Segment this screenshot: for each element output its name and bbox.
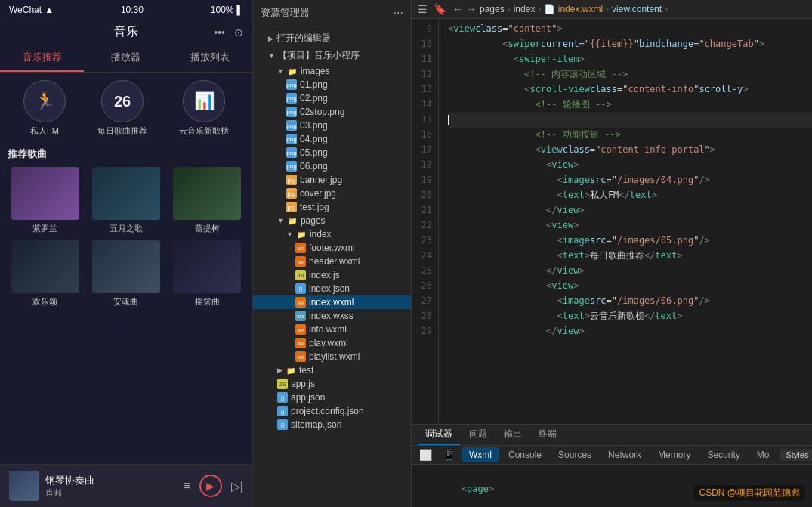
wxml-icon: wx [295, 351, 306, 362]
wxml-icon: wx [295, 297, 306, 308]
fm-label: 私人FM [30, 125, 59, 137]
file-05png[interactable]: png 05.png [253, 146, 411, 159]
player-cover [9, 471, 39, 501]
file-06png[interactable]: png 06.png [253, 159, 411, 173]
bookmark-icon[interactable]: 🔖 [434, 3, 446, 15]
tab-sources[interactable]: Sources [551, 447, 599, 462]
code-line-14: <!-- 轮播图 --> [448, 97, 812, 113]
tab-memory[interactable]: Memory [650, 447, 698, 462]
file-indexwxss[interactable]: css index.wxss [253, 309, 411, 323]
breadcrumb-pages: pages [480, 4, 505, 14]
battery-icon: ▌ [236, 5, 243, 15]
file-infowxml[interactable]: wx info.wxml [253, 323, 411, 336]
file-02png[interactable]: png 02.png [253, 91, 411, 105]
file-coverjpg[interactable]: jpg cover.jpg [253, 187, 411, 200]
song-card-6[interactable]: 摇篮曲 [170, 240, 245, 308]
explorer-title: 资源管理器 [261, 6, 310, 20]
breadcrumb-index: index [514, 4, 536, 14]
open-editors-section[interactable]: ▶ 打开的编辑器 [253, 29, 411, 47]
tab-wxml[interactable]: Wxml [462, 447, 499, 462]
section-title: 推荐歌曲 [8, 147, 245, 161]
music-icon-fm[interactable]: 🏃 私人FM [23, 80, 66, 137]
file-sitemapjson[interactable]: {} sitemap.json [253, 418, 411, 431]
file-indexjson[interactable]: {} index.json [253, 282, 411, 295]
breadcrumb: ← → pages › index › 📄 index.wxml › view.… [452, 3, 806, 15]
project-section[interactable]: ▼ 【项目】音乐小程序 [253, 47, 411, 64]
folder-icon: 📁 [286, 365, 296, 376]
code-area: 9 10 11 12 13 14 15 16 17 18 19 20 21 22… [412, 19, 812, 424]
folder-test[interactable]: ▶ 📁 test [253, 363, 411, 377]
music-icon-chart[interactable]: 📊 云音乐新歌榜 [179, 80, 229, 137]
daily-label: 每日歌曲推荐 [97, 125, 147, 137]
song-name-2: 五月之歌 [110, 223, 143, 234]
song-card-1[interactable]: 紫罗兰 [8, 167, 82, 234]
forward-icon[interactable]: → [466, 3, 477, 15]
file-03png[interactable]: png 03.png [253, 119, 411, 132]
play-button[interactable]: ▶ [199, 475, 222, 497]
song-card-3[interactable]: 蔷提树 [170, 167, 245, 234]
tab-network[interactable]: Network [601, 447, 649, 462]
tab-problems[interactable]: 问题 [462, 425, 495, 445]
explorer-header: 资源管理器 ··· [253, 0, 411, 26]
tab-console[interactable]: Console [501, 447, 549, 462]
project-chevron: ▼ [268, 52, 275, 60]
file-04png[interactable]: png 04.png [253, 132, 411, 146]
inspect-icon[interactable]: ⬜ [415, 447, 437, 462]
wxml-icon: wx [295, 324, 306, 335]
tab-playlist[interactable]: 播放列表 [168, 45, 252, 72]
phone-status-bar: WeChat ▲ 10:30 100% ▌ [0, 0, 252, 20]
more-icon[interactable]: ••• [214, 26, 225, 39]
file-01png[interactable]: png 01.png [253, 78, 411, 91]
code-lines[interactable]: <view class="content"> <swiper current="… [439, 19, 812, 424]
breadcrumb-view: view.content [612, 4, 662, 14]
back-icon[interactable]: ← [452, 3, 463, 15]
file-playwxml[interactable]: wx play.wxml [253, 336, 411, 350]
jpg-icon: jpg [286, 202, 297, 212]
file-projectconfigjson[interactable]: {} project.config.json [253, 404, 411, 418]
file-02stoppng[interactable]: png 02stop.png [253, 105, 411, 119]
line-numbers: 9 10 11 12 13 14 15 16 17 18 19 20 21 22… [412, 19, 439, 424]
file-appjson[interactable]: {} app.json [253, 391, 411, 404]
next-icon[interactable]: ▷| [231, 479, 243, 493]
song-cover-3 [173, 167, 241, 220]
file-indexwxml[interactable]: wx index.wxml [253, 295, 411, 309]
phone-title-bar: 音乐 ••• ⊙ [0, 20, 252, 45]
tab-player[interactable]: 播放器 [84, 45, 168, 72]
explorer-panel: 资源管理器 ··· ▶ 打开的编辑器 ▼ 【项目】音乐小程序 ▼ 📁 image… [253, 0, 412, 507]
file-appjs[interactable]: JS app.js [253, 377, 411, 391]
player-artist: 肖邦 [45, 487, 178, 499]
png-icon: png [286, 93, 297, 104]
file-footerwxml[interactable]: wx footer.wxml [253, 241, 411, 255]
song-name-3: 蔷提树 [195, 223, 220, 234]
menu-icon[interactable]: ☰ [418, 3, 428, 15]
daily-number: 26 [114, 93, 131, 110]
styles-button[interactable]: Styles [780, 449, 812, 461]
folder-index[interactable]: ▼ 📁 index [253, 227, 411, 241]
song-card-2[interactable]: 五月之歌 [88, 167, 163, 234]
tab-debugger[interactable]: 调试器 [418, 425, 460, 445]
tab-security[interactable]: Security [699, 447, 747, 462]
playlist-icon[interactable]: ≡ [184, 479, 190, 493]
file-playlistwxml[interactable]: wx playlist.wxml [253, 350, 411, 363]
explorer-tree: ▶ 打开的编辑器 ▼ 【项目】音乐小程序 ▼ 📁 images png 01.p… [253, 26, 411, 507]
record-icon[interactable]: ⊙ [234, 26, 243, 39]
tab-output[interactable]: 输出 [496, 425, 529, 445]
file-headerwxml[interactable]: wx header.wxml [253, 255, 411, 268]
music-icons-row: 🏃 私人FM 26 每日歌曲推荐 📊 云音乐新歌榜 [8, 80, 245, 137]
file-bannerjpg[interactable]: jpg banner.jpg [253, 173, 411, 187]
tab-terminal[interactable]: 终端 [531, 425, 564, 445]
tab-more[interactable]: Mo [749, 447, 777, 462]
file-indexjs[interactable]: JS index.js [253, 268, 411, 282]
explorer-menu-icon[interactable]: ··· [394, 6, 403, 20]
code-line-29: </view> [448, 324, 812, 339]
song-card-4[interactable]: 欢乐颂 [8, 240, 82, 308]
song-card-5[interactable]: 安魂曲 [88, 240, 163, 308]
music-icon-daily[interactable]: 26 每日歌曲推荐 [97, 80, 147, 137]
folder-images[interactable]: ▼ 📁 images [253, 64, 411, 78]
phone-icon[interactable]: 📱 [438, 447, 460, 462]
file-testjpg[interactable]: jpg test.jpg [253, 200, 411, 214]
folder-pages[interactable]: ▼ 📁 pages [253, 214, 411, 227]
json-icon: {} [277, 392, 288, 403]
song-name-6: 摇篮曲 [195, 296, 220, 308]
tab-music-recommend[interactable]: 音乐推荐 [0, 45, 84, 72]
